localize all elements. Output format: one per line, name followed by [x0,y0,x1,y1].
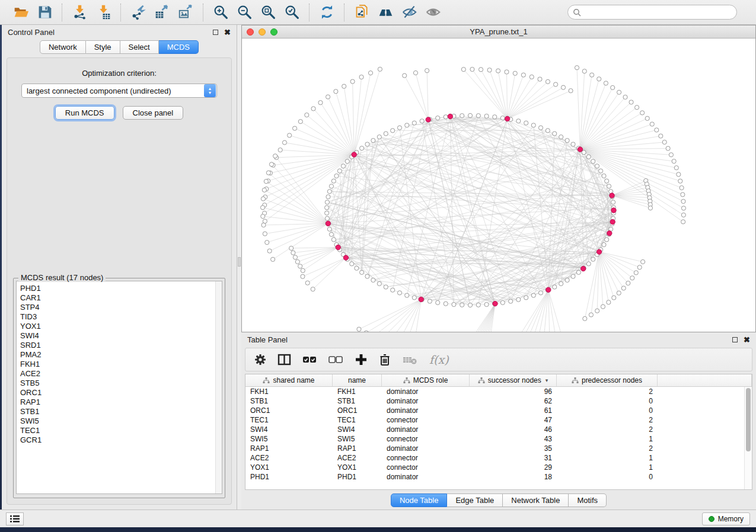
cell-MCDS-role[interactable]: dominator [382,406,470,415]
cell-successor-nodes[interactable]: 61 [470,406,557,415]
export-image-button[interactable] [176,3,196,22]
memory-button[interactable]: Memory [702,512,750,525]
mcds-result-item[interactable]: STB5 [20,379,212,388]
cell-predecessor-nodes[interactable]: 2 [557,416,658,424]
table-row[interactable]: YOX1YOX1connector291 [245,463,752,472]
cell-name[interactable]: STB1 [333,397,382,405]
mcds-result-item[interactable]: ACE2 [20,369,212,379]
run-mcds-button[interactable]: Run MCDS [55,106,114,120]
cell-shared-name[interactable]: SWI4 [245,425,333,434]
cell-predecessor-nodes[interactable]: 1 [557,463,658,472]
mcds-result-item[interactable]: TID3 [20,312,212,322]
tab-style[interactable]: Style [86,40,120,54]
cell-successor-nodes[interactable]: 96 [470,387,557,396]
table-row[interactable]: ORC1ORC1dominator610 [245,406,752,415]
add-column-button[interactable] [355,353,368,366]
cell-MCDS-role[interactable]: connector [382,463,470,472]
delete-table-button[interactable] [402,353,419,366]
cell-name[interactable]: FKH1 [333,387,382,396]
cell-MCDS-role[interactable]: connector [382,454,470,462]
cell-MCDS-role[interactable]: connector [382,435,470,443]
criterion-select[interactable]: largest connected component (undirected)… [21,84,217,98]
mcds-result-item[interactable]: SWI5 [20,416,212,426]
clone-network-button[interactable] [352,3,372,22]
mcds-result-item[interactable]: PMA2 [20,350,212,360]
mcds-result-list[interactable]: PHD1CAR1STP4TID3YOX1SWI4SRD1PMA2FKH1ACE2… [16,281,222,494]
cell-successor-nodes[interactable]: 46 [470,425,557,434]
cell-shared-name[interactable]: PHD1 [245,473,333,481]
close-panel-button[interactable]: Close panel [123,106,184,120]
import-network-button[interactable] [69,3,90,22]
cell-successor-nodes[interactable]: 62 [470,397,557,405]
cell-name[interactable]: SWI4 [333,425,382,434]
mcds-result-item[interactable]: RAP1 [20,398,212,407]
table-row[interactable]: TEC1TEC1connector472 [245,415,752,425]
column-header-name[interactable]: name [333,374,382,386]
mcds-result-item[interactable]: FKH1 [20,360,212,369]
table-row[interactable]: RAP1RAP1dominator352 [245,444,752,453]
export-table-button[interactable] [152,3,172,22]
mcds-result-item[interactable]: SRD1 [20,341,212,350]
network-window-titlebar[interactable]: YPA_prune.txt_1 [242,25,755,39]
cell-predecessor-nodes[interactable]: 1 [557,454,658,462]
cell-predecessor-nodes[interactable]: 2 [557,425,658,434]
task-history-button[interactable] [6,512,24,525]
export-network-button[interactable] [128,3,148,22]
deselect-all-rows-button[interactable] [328,353,344,366]
cell-successor-nodes[interactable]: 47 [470,416,557,424]
save-session-button[interactable] [34,3,55,22]
network-canvas[interactable] [242,39,755,332]
cell-MCDS-role[interactable]: dominator [382,473,470,481]
column-header-shared-name[interactable]: shared name [245,374,333,386]
delete-column-button[interactable] [378,353,391,366]
table-row[interactable]: STB1STB1dominator620 [245,396,752,406]
column-header-MCDS-role[interactable]: MCDS role [382,374,470,386]
function-builder-button[interactable]: f(x) [429,353,449,366]
mcds-result-item[interactable]: YOX1 [20,322,212,331]
select-all-rows-button[interactable] [302,353,318,366]
cell-name[interactable]: YOX1 [333,463,382,472]
cell-shared-name[interactable]: ACE2 [245,454,333,462]
cell-predecessor-nodes[interactable]: 0 [557,397,658,405]
cell-MCDS-role[interactable]: dominator [382,444,470,453]
table-scrollbar-thumb[interactable] [746,388,751,451]
cell-successor-nodes[interactable]: 31 [470,454,557,462]
network-graph[interactable] [242,39,755,332]
mcds-result-item[interactable]: GCR1 [20,435,212,445]
cell-name[interactable]: PHD1 [333,473,382,481]
open-session-button[interactable] [11,3,31,22]
mcds-result-item[interactable]: SWI4 [20,331,212,341]
cell-MCDS-role[interactable]: dominator [382,397,470,405]
import-table-button[interactable] [93,3,113,22]
cell-MCDS-role[interactable]: connector [382,416,470,424]
table-row[interactable]: SWI4SWI4dominator462 [245,425,752,434]
mcds-result-item[interactable]: PHD1 [20,284,212,293]
cell-predecessor-nodes[interactable]: 0 [557,473,658,481]
table-scrollbar[interactable] [744,387,752,489]
table-settings-button[interactable] [254,353,267,366]
tab-node-table[interactable]: Node Table [391,493,448,507]
zoom-out-button[interactable] [234,3,254,22]
search-input[interactable] [584,8,732,17]
cell-shared-name[interactable]: TEC1 [245,416,333,424]
refresh-view-button[interactable] [317,3,337,22]
tab-mcds[interactable]: MCDS [159,40,199,54]
show-hidden-button[interactable] [423,3,443,22]
cell-shared-name[interactable]: SWI5 [245,435,333,443]
float-panel-icon[interactable] [213,30,218,35]
cell-name[interactable]: ORC1 [333,406,382,415]
table-row[interactable]: FKH1FKH1dominator962 [245,387,752,396]
result-scrollbar[interactable] [215,281,222,493]
zoom-fit-button[interactable] [258,3,278,22]
cell-name[interactable]: RAP1 [333,444,382,453]
close-panel-icon[interactable]: ✖ [224,30,231,35]
cell-successor-nodes[interactable]: 18 [470,473,557,481]
cell-shared-name[interactable]: YOX1 [245,463,333,472]
table-row[interactable]: SWI5SWI5connector431 [245,434,752,444]
cell-successor-nodes[interactable]: 29 [470,463,557,472]
tab-select[interactable]: Select [120,40,159,54]
tab-network-table[interactable]: Network Table [503,493,569,507]
panel-splitter[interactable] [237,25,241,509]
cell-name[interactable]: TEC1 [333,416,382,424]
cell-predecessor-nodes[interactable]: 0 [557,406,658,415]
